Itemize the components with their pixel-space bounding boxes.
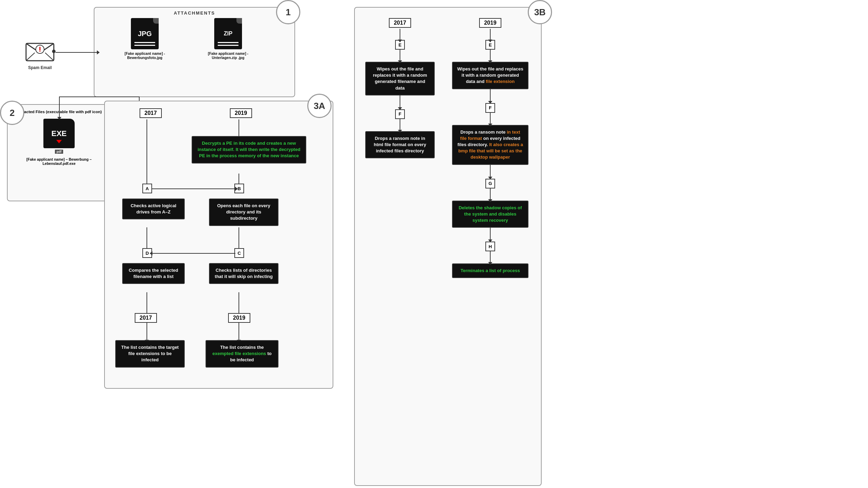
arrow-e-box-down [365,50,435,62]
box-h-2019: Terminates a list of process [452,263,528,278]
zip-label: ZIP [224,31,233,37]
arrow-email-section1 [56,52,97,53]
section-3b: 2017 E Wipes out the file and replaces i… [354,7,542,486]
box-2017-bottom: The list contains the target file extens… [115,340,185,368]
box-d: Compares the selected filename with a li… [122,263,185,284]
year-2019-3b: 2019 [452,18,528,28]
arrow-year2019-down [239,323,239,340]
arrow-2017-e-down [365,28,435,40]
box-f-2017: Drops a ransom note in html file format … [365,131,435,159]
arrow-2019-down-decrypt [239,119,239,137]
arrow-c-to-d [152,253,235,254]
jpg-label: JPG [138,30,152,38]
node-f-2017: F [365,109,435,119]
svg-point-3 [40,51,41,52]
arrow-d-down [147,292,147,313]
section-1-attachments: ATTACHMENTS JPG [Fake applicant name] - … [94,7,295,97]
jpg-file-label: [Fake applicant name] - Bewerbungsfoto.j… [122,51,167,60]
svg-line-6 [45,53,54,61]
box-c: Checks lists of directories that it will… [209,263,278,284]
node-g-2019: G [452,179,528,188]
exe-icon: EXE pdf [8,119,110,148]
arrow-c-down [239,292,239,313]
box-e-2019: Wipes out the file and replaces it with … [452,62,528,89]
box-a: Checks active logical drives from A–Z [122,199,185,219]
arrow-s1-left [59,96,140,97]
box-2019-bottom: The list contains the exempted file exte… [206,340,278,368]
zip-file-label: [Fake applicant name] - Unterlagen.zip .… [206,51,251,60]
decrypt-text: Decrypts a PE in its code and creates a … [192,136,306,163]
zip-file-icon: ZIP [Fake applicant name] - Unterlagen.z… [206,18,251,60]
box-g-2019: Deletes the shadow copies of the system … [452,201,528,228]
box-f-2019: Drops a ransom note in text file format … [452,125,528,165]
year-2017-3b: 2017 [365,18,435,28]
arrow-s1-section2 [59,96,60,117]
year-2019-bottom: 2019 [228,313,250,323]
arrow-b-down [239,227,239,248]
badge-3a: 3A [307,94,332,118]
badge-2: 2 [0,101,24,125]
node-c: C [234,248,244,258]
arrow-year2017-down [147,323,147,340]
svg-point-4 [52,50,56,53]
year-2017-bottom: 2017 [135,313,157,323]
col-2019: 2019 E Wipes out the file and replaces i… [452,18,528,278]
arrow-2017-to-a [147,119,147,184]
node-f-2019: F [452,103,528,113]
node-h-2019: H [452,242,528,251]
jpg-file-box: JPG [131,18,159,49]
node-c-container: C [234,248,244,258]
jpg-file-icon: JPG [Fake applicant name] - Bewerbungsfo… [122,18,167,60]
section-3a: 2017 2019 Decrypts a PE in its code and … [104,101,333,389]
spam-label: Spam Email [24,65,56,70]
badge-3b: 3B [528,0,552,24]
exe-file-label: [Fake applicant name] – Bewerbung – Lebe… [8,157,110,166]
node-a: A [142,184,152,193]
year-2019-top: 2019 [230,108,252,118]
svg-line-5 [26,53,35,61]
col-2017: 2017 E Wipes out the file and replaces i… [365,18,435,158]
decrypt-box: Decrypts a PE in its code and creates a … [192,136,306,163]
arrow-a-down [147,227,147,248]
zip-file-box: ZIP [214,18,242,49]
spam-email-icon: Spam Email [24,38,56,70]
section1-title: ATTACHMENTS [94,8,294,17]
year-2017-top: 2017 [140,108,162,118]
box-b: Opens each file on every directory and i… [209,199,278,226]
node-a-container: A [142,184,152,193]
box-e-2017: Wipes out the file and replaces it with … [365,62,435,95]
badge-1: 1 [276,0,300,24]
arrow-a-to-b [152,188,235,189]
